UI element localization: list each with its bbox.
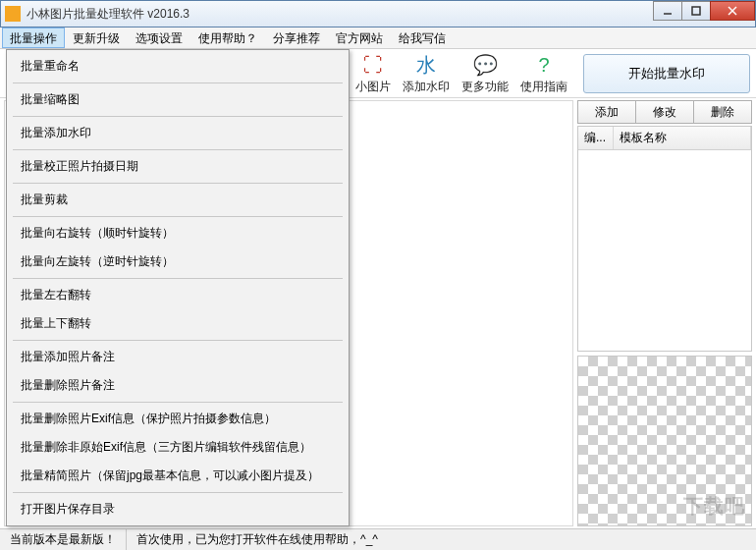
template-buttons: 添加 修改 删除 — [577, 100, 752, 124]
dropdown-separator — [13, 183, 343, 184]
dropdown-item-5-1[interactable]: 批量向左旋转（逆时针旋转） — [9, 248, 347, 276]
toolbar-label-2: 更多功能 — [461, 79, 509, 95]
dropdown-separator — [13, 492, 343, 493]
menu-5[interactable]: 官方网站 — [328, 28, 391, 48]
col-number[interactable]: 编... — [578, 127, 614, 149]
dropdown-item-8-1[interactable]: 批量删除非原始Exif信息（三方图片编辑软件残留信息） — [9, 433, 347, 462]
toolbar-icon-0: ⛶ — [359, 51, 387, 79]
close-button[interactable] — [710, 1, 755, 21]
dropdown-item-8-0[interactable]: 批量删除照片Exif信息（保护照片拍摄参数信息） — [9, 405, 347, 433]
dropdown-item-8-2[interactable]: 批量精简照片（保留jpg最基本信息，可以减小图片提及） — [9, 462, 347, 490]
table-header: 编... 模板名称 — [578, 127, 751, 150]
status-bar: 当前版本是最新版！ 首次使用，已为您打开软件在线使用帮助，^_^ — [0, 528, 756, 550]
dropdown-item-7-1[interactable]: 批量删除照片备注 — [9, 371, 347, 400]
window-title: 小林图片批量处理软件 v2016.3 — [27, 6, 751, 23]
edit-template-button[interactable]: 修改 — [635, 100, 694, 124]
dropdown-item-6-0[interactable]: 批量左右翻转 — [9, 281, 347, 309]
dropdown-separator — [13, 149, 343, 150]
delete-template-button[interactable]: 删除 — [693, 100, 752, 124]
dropdown-separator — [13, 402, 343, 403]
toolbar-icon-1: 水 — [412, 51, 440, 79]
add-template-button[interactable]: 添加 — [577, 100, 636, 124]
start-batch-watermark-button[interactable]: 开始批量水印 — [583, 54, 750, 93]
dropdown-separator — [13, 340, 343, 341]
dropdown-separator — [13, 278, 343, 279]
dropdown-separator — [13, 116, 343, 117]
title-bar: 小林图片批量处理软件 v2016.3 — [0, 0, 756, 28]
toolbar-btn-2[interactable]: 💬更多功能 — [456, 49, 514, 97]
minimize-button[interactable] — [653, 1, 682, 21]
svg-rect-1 — [692, 7, 700, 15]
menu-0[interactable]: 批量操作 — [2, 28, 65, 48]
batch-operations-menu: 批量重命名批量缩略图批量添加水印批量校正照片拍摄日期批量剪裁批量向右旋转（顺时针… — [6, 49, 350, 526]
toolbar-label-1: 添加水印 — [403, 79, 450, 95]
dropdown-item-9-0[interactable]: 打开图片保存目录 — [9, 495, 347, 523]
toolbar-icon-2: 💬 — [471, 51, 499, 79]
dropdown-item-0-0[interactable]: 批量重命名 — [9, 52, 347, 81]
toolbar-btn-3[interactable]: ?使用指南 — [514, 49, 573, 97]
dropdown-separator — [13, 82, 343, 83]
menu-bar: 批量操作更新升级选项设置使用帮助？分享推荐官方网站给我写信 — [0, 28, 756, 49]
dropdown-item-5-0[interactable]: 批量向右旋转（顺时针旋转） — [9, 219, 347, 248]
toolbar-label-3: 使用指南 — [520, 79, 567, 95]
dropdown-item-1-0[interactable]: 批量缩略图 — [9, 85, 347, 114]
toolbar-icon-3: ? — [530, 51, 558, 79]
menu-3[interactable]: 使用帮助？ — [190, 28, 265, 48]
menu-6[interactable]: 给我写信 — [391, 28, 454, 48]
menu-2[interactable]: 选项设置 — [128, 28, 190, 48]
app-icon — [5, 6, 21, 22]
dropdown-item-3-0[interactable]: 批量校正照片拍摄日期 — [9, 152, 347, 181]
window-buttons — [654, 1, 755, 21]
preview-area: 下载吧 — [577, 356, 752, 526]
template-table: 编... 模板名称 — [577, 126, 752, 352]
toolbar-btn-1[interactable]: 水添加水印 — [397, 49, 456, 97]
toolbar-label-0: 小图片 — [355, 79, 391, 95]
maximize-button[interactable] — [681, 1, 711, 21]
right-panel: 添加 修改 删除 编... 模板名称 下载吧 — [577, 100, 752, 526]
col-template-name[interactable]: 模板名称 — [614, 127, 751, 149]
status-message: 首次使用，已为您打开软件在线使用帮助，^_^ — [127, 529, 756, 550]
dropdown-separator — [13, 216, 343, 217]
watermark-label: 下载吧 — [683, 493, 745, 520]
toolbar-btn-0[interactable]: ⛶小图片 — [350, 49, 397, 97]
status-version: 当前版本是最新版！ — [0, 529, 127, 550]
dropdown-item-6-1[interactable]: 批量上下翻转 — [9, 309, 347, 338]
dropdown-item-2-0[interactable]: 批量添加水印 — [9, 119, 347, 147]
dropdown-item-4-0[interactable]: 批量剪裁 — [9, 186, 347, 214]
menu-4[interactable]: 分享推荐 — [265, 28, 328, 48]
menu-1[interactable]: 更新升级 — [65, 28, 128, 48]
dropdown-item-7-0[interactable]: 批量添加照片备注 — [9, 343, 347, 371]
